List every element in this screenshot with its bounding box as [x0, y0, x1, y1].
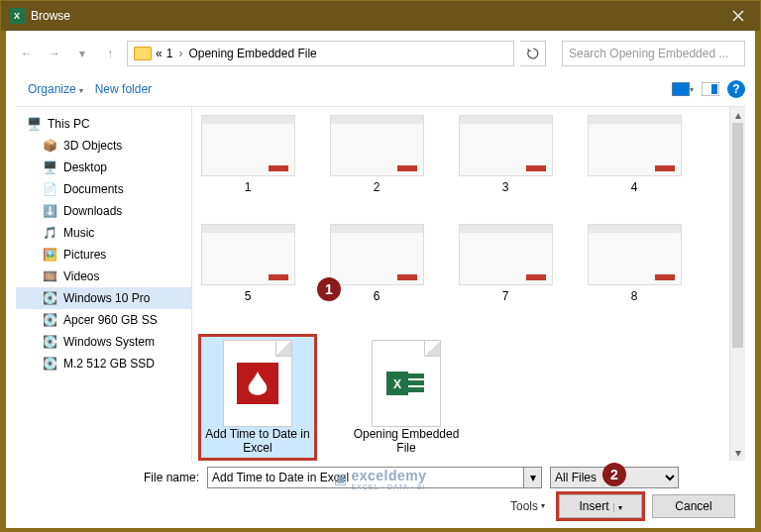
- file-item-xlsx[interactable]: X Opening Embedded File: [347, 334, 466, 461]
- filename-label: File name:: [26, 471, 199, 484]
- file-item-1[interactable]: 1: [198, 115, 297, 194]
- music-icon: 🎵: [42, 225, 57, 241]
- drive-icon: 💽: [42, 312, 57, 328]
- forward-button[interactable]: →: [44, 43, 65, 64]
- annotation-1: 1: [317, 277, 341, 301]
- file-item-2[interactable]: 2: [327, 115, 426, 194]
- file-item-3[interactable]: 3: [456, 115, 555, 194]
- tree-m2[interactable]: 💽M.2 512 GB SSD: [16, 353, 191, 374]
- tree-3d-objects[interactable]: 📦3D Objects: [16, 135, 191, 157]
- toolbar-row: Organize New folder ▾ ?: [16, 74, 745, 107]
- tools-menu[interactable]: Tools ▾: [506, 497, 549, 515]
- desktop-icon: 🖥️: [42, 160, 57, 175]
- browse-dialog: X Browse ← → ▾ ↑ « 1 Opening Embedded Fi…: [0, 0, 761, 532]
- crumb-prefix: «: [156, 47, 163, 60]
- scroll-down-button[interactable]: ▾: [730, 445, 745, 461]
- tree-apacer[interactable]: 💽Apcer 960 GB SS: [16, 309, 191, 331]
- tree-this-pc[interactable]: 🖥️This PC: [16, 113, 191, 135]
- thumbnail-icon: [588, 224, 682, 285]
- tree-pictures[interactable]: 🖼️Pictures: [16, 244, 191, 266]
- excel-app-icon: X: [9, 8, 25, 24]
- file-label: Opening Embedded File: [353, 427, 460, 455]
- up-button[interactable]: ↑: [99, 43, 121, 64]
- videos-icon: 🎞️: [42, 268, 57, 284]
- titlebar: X Browse: [1, 1, 760, 31]
- pdf-file-icon: [223, 340, 292, 427]
- file-label: Add Time to Date in Excel: [204, 427, 311, 455]
- insert-button[interactable]: Insert: [559, 494, 642, 518]
- footer: File name: ▾ All Files Tools ▾ Insert Ca…: [16, 461, 745, 520]
- scroll-thumb[interactable]: [732, 123, 743, 348]
- recent-dropdown[interactable]: ▾: [71, 43, 93, 64]
- new-folder-button[interactable]: New folder: [89, 79, 158, 99]
- dialog-body: ← → ▾ ↑ « 1 Opening Embedded File Search…: [1, 31, 760, 532]
- tree-documents[interactable]: 📄Documents: [16, 178, 191, 200]
- crumb-sep: [176, 47, 184, 60]
- tree-videos[interactable]: 🎞️Videos: [16, 266, 191, 287]
- thumbnail-icon: [201, 115, 295, 176]
- download-icon: ⬇️: [42, 203, 57, 219]
- svg-text:X: X: [393, 377, 401, 391]
- window-title: Browse: [31, 9, 715, 23]
- organize-menu[interactable]: Organize: [22, 79, 89, 99]
- file-item-6[interactable]: 6: [327, 224, 426, 303]
- file-item-8[interactable]: 8: [585, 224, 684, 303]
- file-item-7[interactable]: 7: [456, 224, 555, 303]
- navigation-tree: 🖥️This PC 📦3D Objects 🖥️Desktop 📄Documen…: [16, 107, 192, 461]
- drive-icon: 💽: [42, 356, 57, 372]
- tree-music[interactable]: 🎵Music: [16, 222, 191, 244]
- thumbnail-icon: [459, 115, 553, 176]
- search-placeholder: Search Opening Embedded ...: [569, 47, 728, 60]
- search-input[interactable]: Search Opening Embedded ...: [562, 41, 745, 66]
- file-item-5[interactable]: 5: [198, 224, 297, 303]
- filename-input[interactable]: [207, 467, 524, 488]
- content-row: 🖥️This PC 📦3D Objects 🖥️Desktop 📄Documen…: [16, 107, 745, 461]
- tree-windows10[interactable]: 💽Windows 10 Pro: [16, 287, 191, 309]
- drive-icon: 💽: [42, 334, 57, 350]
- nav-row: ← → ▾ ↑ « 1 Opening Embedded File Search…: [16, 37, 745, 74]
- cube-icon: 📦: [42, 138, 57, 154]
- tree-desktop[interactable]: 🖥️Desktop: [16, 157, 191, 178]
- file-grid: 1 2 3 4 5 6 7 8 Add Time to Date in Exce…: [192, 107, 745, 461]
- help-button[interactable]: ?: [727, 80, 745, 98]
- file-item-4[interactable]: 4: [585, 115, 684, 194]
- svg-rect-6: [408, 373, 424, 378]
- svg-rect-8: [408, 387, 424, 392]
- svg-rect-3: [711, 84, 717, 94]
- drive-icon: 💽: [42, 290, 57, 306]
- excel-file-icon: X: [372, 340, 441, 427]
- tree-winsys[interactable]: 💽Windows System: [16, 331, 191, 353]
- thumbnail-icon: [330, 224, 424, 285]
- thumbnail-icon: [330, 115, 424, 176]
- address-bar[interactable]: « 1 Opening Embedded File: [127, 41, 514, 66]
- back-button[interactable]: ←: [16, 43, 38, 64]
- cancel-button[interactable]: Cancel: [652, 494, 735, 518]
- folder-icon: [134, 47, 152, 60]
- crumb-2[interactable]: Opening Embedded File: [188, 47, 316, 60]
- preview-pane-button[interactable]: [700, 78, 721, 100]
- refresh-button[interactable]: [520, 41, 546, 66]
- svg-rect-1: [674, 84, 688, 94]
- scroll-up-button[interactable]: ▴: [730, 107, 745, 123]
- filename-history-dropdown[interactable]: ▾: [524, 467, 542, 488]
- file-item-pdf[interactable]: Add Time to Date in Excel: [198, 334, 317, 461]
- pictures-icon: 🖼️: [42, 247, 57, 263]
- pc-icon: 🖥️: [26, 116, 42, 132]
- thumbnail-icon: [459, 224, 553, 285]
- thumbnail-icon: [588, 115, 682, 176]
- close-button[interactable]: [715, 1, 760, 31]
- crumb-1[interactable]: 1: [166, 47, 173, 60]
- vertical-scrollbar[interactable]: ▴ ▾: [729, 107, 745, 461]
- documents-icon: 📄: [42, 181, 57, 197]
- thumbnail-icon: [201, 224, 295, 285]
- svg-rect-7: [408, 380, 424, 385]
- view-options-button[interactable]: ▾: [672, 78, 694, 100]
- tree-downloads[interactable]: ⬇️Downloads: [16, 200, 191, 222]
- annotation-2: 2: [602, 463, 626, 486]
